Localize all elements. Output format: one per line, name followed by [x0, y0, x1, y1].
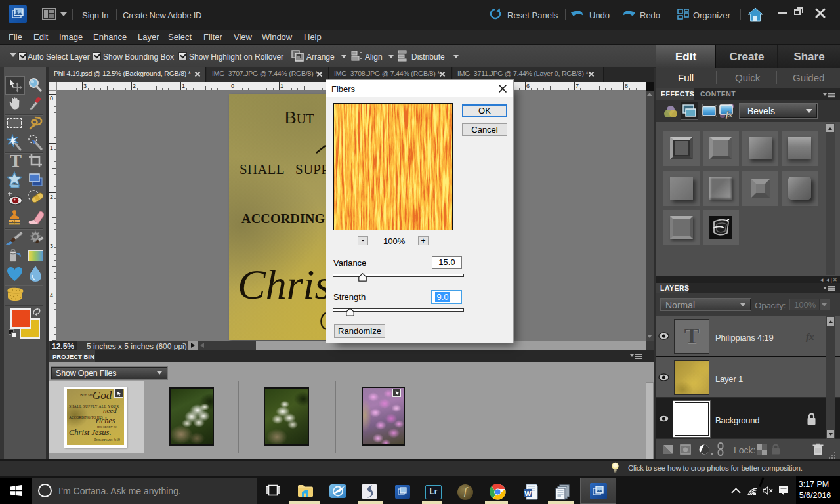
svg-text:fx: fx — [726, 110, 732, 119]
svg-text:W: W — [524, 490, 532, 497]
